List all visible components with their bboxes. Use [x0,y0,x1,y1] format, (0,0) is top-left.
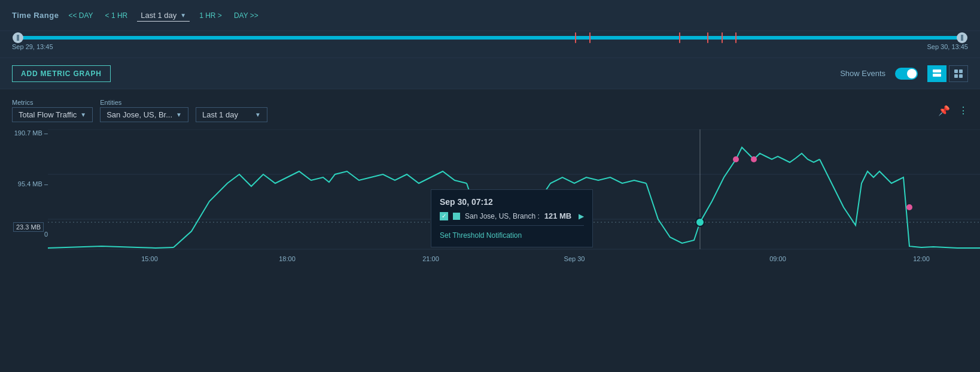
tooltip-title: Sep 30, 07:12 [440,197,584,207]
svg-rect-0 [933,69,941,72]
y-mid-label: 95.4 MB – [12,180,48,187]
slider-labels: Sep 29, 13:45 Sep 30, 13:45 [12,43,968,50]
event-tick-1 [575,32,576,43]
tooltip-threshold-link[interactable]: Set Threshold Notification [440,231,522,240]
slider-end-label: Sep 30, 13:45 [927,43,968,50]
chart-panel: Metrics Total Flow Traffic ▼ Entities Sa… [0,89,980,357]
event-dot-2 [751,156,757,162]
slider-track[interactable] [18,36,962,40]
entities-group: Entities San Jose, US, Br... ▼ [100,99,188,122]
chart-time-arrow: ▼ [255,111,261,118]
svg-rect-5 [959,74,963,78]
more-options-button[interactable]: ⋮ [958,105,968,116]
tooltip-color-box [453,213,460,220]
svg-text:15:00: 15:00 [141,255,158,262]
svg-rect-2 [954,69,958,73]
svg-text:Sep 30: Sep 30 [564,255,585,262]
chart-area: 190.7 MB – 95.4 MB – 0 23.3 MB [12,129,968,269]
metrics-dropdown[interactable]: Total Flow Traffic ▼ [12,107,93,122]
toggle-knob [907,69,917,78]
event-tick-5 [722,32,723,43]
show-events-label: Show Events [840,69,885,78]
tooltip-entity-label: San Jose, US, Branch : [465,212,540,220]
baseline-label: 23.3 MB [13,222,44,232]
entities-arrow: ▼ [176,111,182,118]
next-day-btn[interactable]: DAY >> [232,10,261,21]
slider-fill [18,36,962,40]
chart-svg-container[interactable]: 23.3 MB [48,129,968,269]
entities-dropdown[interactable]: San Jose, US, Br... ▼ [100,107,188,122]
entities-value: San Jose, US, Br... [106,110,172,119]
metrics-group: Metrics Total Flow Traffic ▼ [12,99,93,122]
next-hr-btn[interactable]: 1 HR > [197,10,224,21]
tooltip-divider [440,225,584,226]
top-bar: Time Range << DAY < 1 HR Last 1 day ▼ 1 … [0,0,980,31]
show-events-toggle[interactable] [895,68,918,80]
chart-time-dropdown[interactable]: Last 1 day ▼ [196,107,267,122]
chart-controls: Metrics Total Flow Traffic ▼ Entities Sa… [12,99,968,122]
event-tick-3 [679,32,680,43]
chart-time-group: Last 1 day ▼ [196,99,267,122]
metrics-value: Total Flow Traffic [19,110,77,119]
time-slider-section: Sep 29, 13:45 Sep 30, 13:45 [0,31,980,58]
toolbar: ADD METRIC GRAPH Show Events [0,58,980,89]
metrics-arrow: ▼ [80,111,86,118]
event-tick-4 [707,32,708,43]
prev-hr-btn[interactable]: < 1 HR [103,10,130,21]
svg-rect-1 [933,74,941,77]
svg-text:12:00: 12:00 [913,255,930,262]
svg-rect-3 [959,69,963,73]
view-grid-button[interactable] [949,65,968,82]
y-top-label: 190.7 MB – [12,129,48,137]
tooltip-row: ✓ San Jose, US, Branch : 121 MB ▶ [440,211,584,220]
time-range-dropdown[interactable]: Last 1 day ▼ [137,10,190,22]
pin-button[interactable]: 📌 [938,105,950,116]
entities-label: Entities [100,99,188,106]
svg-text:09:00: 09:00 [769,255,786,262]
tooltip-checkbox[interactable]: ✓ [440,212,448,220]
time-range-label: Time Range [12,11,59,20]
tooltip-arrow[interactable]: ▶ [579,212,584,220]
chart-tooltip: Sep 30, 07:12 ✓ San Jose, US, Branch : 1… [431,189,593,247]
chart-time-value: Last 1 day [202,110,238,119]
metrics-label: Metrics [12,99,93,106]
y-axis-labels: 190.7 MB – 95.4 MB – 0 [12,129,48,251]
tooltip-entity-value: 121 MB [544,211,572,220]
slider-handle-right[interactable] [957,32,967,43]
prev-day-btn[interactable]: << DAY [66,10,95,21]
view-buttons [927,65,968,82]
slider-start-label: Sep 29, 13:45 [12,43,53,50]
add-metric-button[interactable]: ADD METRIC GRAPH [12,65,111,82]
toolbar-right: Show Events [840,65,968,82]
time-range-arrow: ▼ [180,12,186,19]
chart-actions: 📌 ⋮ [938,105,968,116]
event-tick-6 [735,32,736,43]
svg-text:18:00: 18:00 [279,255,296,262]
svg-rect-4 [954,74,958,78]
event-dot-3 [906,204,912,210]
svg-text:21:00: 21:00 [422,255,439,262]
view-single-button[interactable] [927,65,946,82]
event-dot-1 [733,156,739,162]
event-tick-2 [589,32,591,43]
slider-handle-left[interactable] [13,32,23,43]
